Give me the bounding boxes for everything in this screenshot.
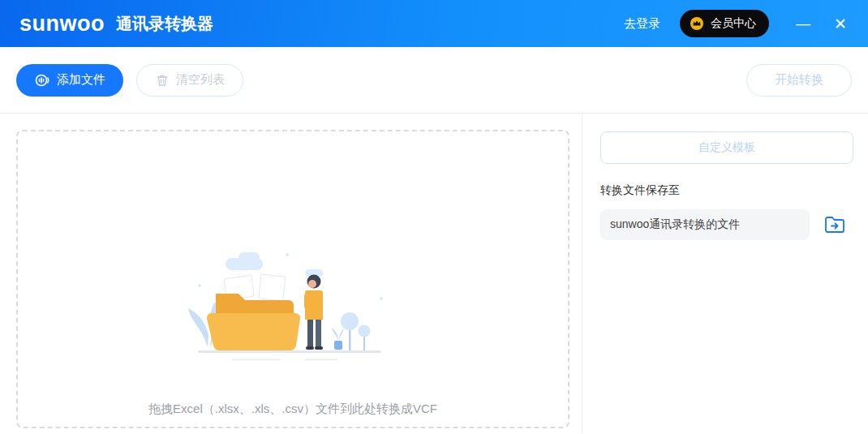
- save-to-label: 转换文件保存至: [600, 183, 853, 198]
- add-file-button[interactable]: 添加文件: [16, 64, 123, 97]
- member-center-label: 会员中心: [711, 16, 756, 31]
- trash-icon: [155, 73, 170, 88]
- start-convert-label: 开始转换: [775, 72, 823, 88]
- minimize-icon[interactable]: —: [795, 16, 811, 31]
- member-center-button[interactable]: 会员中心: [680, 10, 769, 37]
- toolbar: 添加文件 清空列表 开始转换: [0, 47, 868, 114]
- file-dropzone[interactable]: 拖拽Excel（.xlsx、.xls、.csv）文件到此处转换成VCF: [16, 130, 569, 428]
- clear-list-button[interactable]: 清空列表: [136, 64, 243, 97]
- choose-folder-button[interactable]: [824, 215, 845, 234]
- dropzone-illustration: [183, 251, 402, 380]
- title-bar: sunwoo 通讯录转换器 去登录 会员中心 — ✕: [0, 0, 868, 47]
- custom-template-label: 自定义模板: [698, 140, 755, 155]
- add-file-label: 添加文件: [57, 72, 105, 88]
- close-icon[interactable]: ✕: [832, 16, 849, 32]
- login-link[interactable]: 去登录: [624, 16, 660, 32]
- clear-list-label: 清空列表: [176, 72, 225, 88]
- main-area: 拖拽Excel（.xlsx、.xls、.csv）文件到此处转换成VCF 自定义模…: [0, 114, 868, 433]
- custom-template-button[interactable]: 自定义模板: [600, 131, 853, 164]
- start-convert-button[interactable]: 开始转换: [746, 64, 852, 97]
- save-path-field[interactable]: sunwoo通讯录转换的文件: [600, 209, 810, 240]
- app-title: 通讯录转换器: [116, 13, 213, 35]
- add-file-icon: [34, 72, 50, 88]
- right-panel: 自定义模板 转换文件保存至 sunwoo通讯录转换的文件: [600, 114, 853, 240]
- folder-open-icon: [824, 215, 845, 234]
- member-badge-icon: [690, 16, 704, 31]
- app-logo: sunwoo: [19, 11, 105, 37]
- dropzone-hint: 拖拽Excel（.xlsx、.xls、.csv）文件到此处转换成VCF: [18, 402, 568, 417]
- vertical-divider: [582, 114, 582, 433]
